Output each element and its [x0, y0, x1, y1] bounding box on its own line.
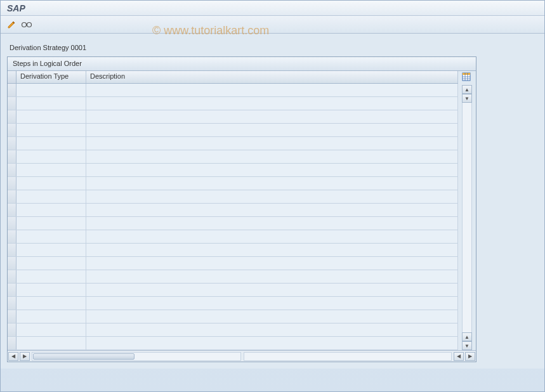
- row-selector[interactable]: [8, 124, 16, 136]
- row-selector[interactable]: [8, 244, 16, 256]
- scroll-right-button[interactable]: ▶: [20, 352, 30, 361]
- cell-derivation-type[interactable]: [16, 284, 86, 296]
- table-row: [8, 257, 458, 270]
- row-selector[interactable]: [8, 204, 16, 216]
- cell-description[interactable]: [86, 124, 458, 136]
- toolbar: [1, 16, 544, 34]
- cell-description[interactable]: [86, 164, 458, 176]
- row-selector[interactable]: [8, 84, 16, 96]
- cell-description[interactable]: [86, 84, 458, 96]
- horizontal-scrollbar-track-right[interactable]: [244, 352, 452, 361]
- table-config-icon[interactable]: [462, 72, 472, 82]
- row-selector[interactable]: [8, 337, 16, 350]
- cell-derivation-type[interactable]: [16, 270, 86, 283]
- table-row: [8, 244, 458, 257]
- cell-derivation-type[interactable]: [16, 230, 86, 243]
- cell-derivation-type[interactable]: [16, 204, 86, 216]
- steps-panel: Steps in Logical Order Derivation Type D…: [7, 56, 476, 362]
- row-selector[interactable]: [8, 270, 16, 283]
- cell-derivation-type[interactable]: [16, 257, 86, 270]
- svg-rect-4: [463, 73, 470, 75]
- row-selector[interactable]: [8, 164, 16, 176]
- select-all-header[interactable]: [8, 71, 16, 83]
- row-selector[interactable]: [8, 323, 16, 336]
- app-window: SAP Derivation Strategy 0001 Steps in Lo…: [0, 0, 545, 392]
- scroll-up-button[interactable]: ▲: [462, 85, 472, 94]
- table-row: [8, 177, 458, 190]
- glasses-icon[interactable]: [21, 19, 32, 30]
- scroll-down-bottom-button[interactable]: ▼: [462, 341, 472, 350]
- row-selector[interactable]: [8, 137, 16, 150]
- cell-derivation-type[interactable]: [16, 110, 86, 123]
- cell-derivation-type[interactable]: [16, 164, 86, 176]
- row-selector[interactable]: [8, 97, 16, 110]
- cell-derivation-type[interactable]: [16, 297, 86, 310]
- content-area: Derivation Strategy 0001 Steps in Logica…: [1, 34, 544, 369]
- cell-description[interactable]: [86, 257, 458, 270]
- horizontal-scrollbar: ◀ ▶ ◀ ▶: [8, 350, 476, 362]
- cell-derivation-type[interactable]: [16, 150, 86, 163]
- table-row: [8, 110, 458, 124]
- cell-description[interactable]: [86, 310, 458, 323]
- table-wrapper: Derivation Type Description: [8, 71, 476, 350]
- cell-description[interactable]: [86, 270, 458, 283]
- row-selector[interactable]: [8, 297, 16, 310]
- vertical-scrollbar-track[interactable]: [462, 103, 472, 332]
- scroll-left-button[interactable]: ◀: [8, 352, 18, 361]
- row-selector[interactable]: [8, 230, 16, 243]
- table-body: [8, 84, 458, 350]
- cell-description[interactable]: [86, 150, 458, 163]
- table-row: [8, 190, 458, 204]
- cell-derivation-type[interactable]: [16, 177, 86, 190]
- cell-description[interactable]: [86, 217, 458, 230]
- cell-derivation-type[interactable]: [16, 137, 86, 150]
- row-selector[interactable]: [8, 257, 16, 270]
- cell-description[interactable]: [86, 244, 458, 256]
- cell-description[interactable]: [86, 230, 458, 243]
- pencil-icon[interactable]: [6, 19, 17, 30]
- page-subtitle: Derivation Strategy 0001: [7, 40, 538, 56]
- cell-derivation-type[interactable]: [16, 310, 86, 323]
- scroll-down-button[interactable]: ▼: [462, 94, 472, 103]
- column-description[interactable]: Description: [86, 71, 458, 83]
- scroll-right-end-button[interactable]: ▶: [465, 352, 475, 361]
- table-row: [8, 217, 458, 230]
- cell-derivation-type[interactable]: [16, 84, 86, 96]
- row-selector[interactable]: [8, 150, 16, 163]
- scroll-thumb[interactable]: [33, 353, 135, 360]
- row-selector[interactable]: [8, 284, 16, 296]
- cell-description[interactable]: [86, 204, 458, 216]
- cell-derivation-type[interactable]: [16, 190, 86, 203]
- cell-description[interactable]: [86, 284, 458, 296]
- cell-description[interactable]: [86, 97, 458, 110]
- cell-derivation-type[interactable]: [16, 337, 86, 350]
- row-selector[interactable]: [8, 310, 16, 323]
- cell-description[interactable]: [86, 137, 458, 150]
- cell-description[interactable]: [86, 297, 458, 310]
- svg-point-1: [27, 22, 32, 27]
- row-selector[interactable]: [8, 110, 16, 123]
- table-row: [8, 297, 458, 310]
- cell-description[interactable]: [86, 337, 458, 350]
- horizontal-scrollbar-track-left[interactable]: [32, 352, 241, 361]
- cell-derivation-type[interactable]: [16, 97, 86, 110]
- table-row: [8, 337, 458, 350]
- table-row: [8, 284, 458, 297]
- scroll-up-bottom-button[interactable]: ▲: [462, 332, 472, 341]
- app-title: SAP: [7, 3, 25, 13]
- scroll-left-end-button[interactable]: ◀: [454, 352, 464, 361]
- cell-derivation-type[interactable]: [16, 244, 86, 256]
- cell-derivation-type[interactable]: [16, 124, 86, 136]
- cell-derivation-type[interactable]: [16, 323, 86, 336]
- column-derivation-type[interactable]: Derivation Type: [16, 71, 86, 83]
- row-selector[interactable]: [8, 190, 16, 203]
- cell-description[interactable]: [86, 110, 458, 123]
- cell-description[interactable]: [86, 177, 458, 190]
- table-row: [8, 270, 458, 284]
- table-row: [8, 204, 458, 217]
- cell-description[interactable]: [86, 190, 458, 203]
- row-selector[interactable]: [8, 217, 16, 230]
- cell-description[interactable]: [86, 323, 458, 336]
- row-selector[interactable]: [8, 177, 16, 190]
- cell-derivation-type[interactable]: [16, 217, 86, 230]
